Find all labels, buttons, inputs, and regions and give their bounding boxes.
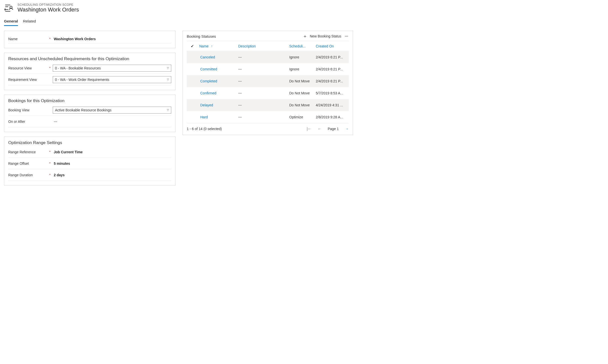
sort-asc-icon: ↑ <box>211 44 213 48</box>
first-page-button[interactable]: |← <box>307 127 311 131</box>
row-created-on: 2/4/2019 6:21 P... <box>314 55 347 59</box>
required-indicator: * <box>48 66 53 70</box>
resources-title: Resources and Unscheduled Requirements f… <box>8 53 171 62</box>
range-reference-value[interactable]: Job Current Time <box>53 150 171 154</box>
required-indicator: * <box>48 150 53 154</box>
table-row[interactable]: Hard---Optimize2/8/2019 9:28 A... <box>187 111 349 123</box>
pager: |← ← Page 1 → <box>307 127 349 131</box>
checkmark-icon: ✔ <box>191 44 194 48</box>
page-indicator: Page 1 <box>328 127 339 131</box>
chevron-down-icon: ▽ <box>167 109 169 111</box>
plus-icon: ＋ <box>303 34 307 38</box>
grid-column-headers: ✔ Name ↑ Description Scheduli... Created… <box>187 41 349 51</box>
range-title: Optimization Range Settings <box>8 137 171 146</box>
row-created-on: 2/8/2019 9:28 A... <box>314 115 347 119</box>
table-row[interactable]: Confirmed---Do Not Move5/7/2019 8:53 A..… <box>187 87 349 99</box>
range-offset-value[interactable]: 5 minutes <box>53 162 171 166</box>
grid-status-text: 1 - 6 of 14 (0 selected) <box>187 127 222 131</box>
more-actions-button[interactable]: ⋯ <box>345 34 349 38</box>
row-name-link[interactable]: Hard <box>198 115 237 119</box>
row-name-link[interactable]: Delayed <box>198 103 237 107</box>
row-created-on: 5/7/2019 8:53 A... <box>314 91 347 95</box>
chevron-down-icon: ▽ <box>167 78 169 81</box>
on-or-after-label: On or After <box>8 120 48 124</box>
row-description: --- <box>237 91 288 95</box>
row-created-on: 4/24/2019 4:31 ... <box>314 103 347 107</box>
required-indicator: * <box>48 162 53 165</box>
requirement-view-select[interactable]: 0 - WA - Work Order Requirements ▽ <box>53 76 171 83</box>
column-scheduling[interactable]: Scheduli... <box>288 44 314 48</box>
row-scheduling: Ignore <box>288 55 314 59</box>
bookings-title: Bookings for this Optimization <box>8 95 171 104</box>
column-description[interactable]: Description <box>237 44 288 48</box>
column-name[interactable]: Name ↑ <box>198 44 237 48</box>
name-label: Name <box>8 37 48 41</box>
bookings-card: Bookings for this Optimization Booking V… <box>4 95 176 132</box>
prev-page-button[interactable]: ← <box>318 127 321 131</box>
form-tabs: General Related <box>4 17 604 26</box>
row-scheduling: Do Not Move <box>288 79 314 83</box>
booking-statuses-grid: Booking Statuses ＋ New Booking Status ⋯ … <box>182 31 353 135</box>
row-created-on: 2/4/2019 6:21 P... <box>314 79 347 83</box>
grid-title: Booking Statuses <box>187 34 216 38</box>
required-indicator: * <box>48 173 53 177</box>
row-scheduling: Do Not Move <box>288 91 314 95</box>
table-row[interactable]: Completed---Do Not Move2/4/2019 6:21 P..… <box>187 75 349 87</box>
row-name-link[interactable]: Canceled <box>198 55 237 59</box>
row-description: --- <box>237 79 288 83</box>
column-created-on[interactable]: Created On <box>314 44 347 48</box>
chevron-down-icon: ▽ <box>167 67 169 69</box>
row-name-link[interactable]: Completed <box>198 79 237 83</box>
booking-view-select[interactable]: Active Bookable Resource Bookings ▽ <box>53 107 171 114</box>
row-name-link[interactable]: Committed <box>198 67 237 71</box>
row-name-link[interactable]: Confirmed <box>198 91 237 95</box>
table-row[interactable]: Canceled---Ignore2/4/2019 6:21 P... <box>187 51 349 63</box>
row-description: --- <box>237 103 288 107</box>
booking-view-label: Booking View <box>8 108 48 112</box>
range-duration-value[interactable]: 2 days <box>53 173 171 177</box>
row-scheduling: Optimize <box>288 115 314 119</box>
range-duration-label: Range Duration <box>8 173 48 177</box>
select-all-column[interactable]: ✔ <box>187 44 198 48</box>
table-row[interactable]: Delayed---Do Not Move4/24/2019 4:31 ... <box>187 99 349 111</box>
on-or-after-value[interactable]: --- <box>53 120 171 124</box>
svg-point-2 <box>10 6 12 8</box>
table-row[interactable]: Committed---Ignore2/4/2019 6:21 P... <box>187 63 349 75</box>
row-description: --- <box>237 67 288 71</box>
page-header: SCHEDULING OPTIMIZATION SCOPE Washington… <box>4 2 604 17</box>
range-card: Optimization Range Settings Range Refere… <box>4 137 176 185</box>
range-offset-label: Range Offset <box>8 162 48 166</box>
next-page-button[interactable]: → <box>345 127 349 131</box>
resource-view-select[interactable]: 0 - WA - Bookable Resources ▽ <box>53 65 171 72</box>
tab-general[interactable]: General <box>4 17 18 26</box>
entity-type-label: SCHEDULING OPTIMIZATION SCOPE <box>18 3 79 6</box>
row-description: --- <box>237 115 288 119</box>
row-description: --- <box>237 55 288 59</box>
required-indicator: * <box>48 37 53 41</box>
row-scheduling: Ignore <box>288 67 314 71</box>
tab-related[interactable]: Related <box>23 17 36 26</box>
row-created-on: 2/4/2019 6:21 P... <box>314 67 347 71</box>
record-title: Washington Work Orders <box>18 6 79 13</box>
resources-card: Resources and Unscheduled Requirements f… <box>4 53 176 90</box>
name-card: Name * Washington Work Orders <box>4 31 176 48</box>
range-reference-label: Range Reference <box>8 150 48 154</box>
requirement-view-label: Requirement View <box>8 78 48 82</box>
resource-view-label: Resource View <box>8 66 48 70</box>
name-value[interactable]: Washington Work Orders <box>53 37 171 41</box>
scope-icon <box>4 3 14 13</box>
new-booking-status-button[interactable]: ＋ New Booking Status <box>303 34 341 38</box>
row-scheduling: Do Not Move <box>288 103 314 107</box>
